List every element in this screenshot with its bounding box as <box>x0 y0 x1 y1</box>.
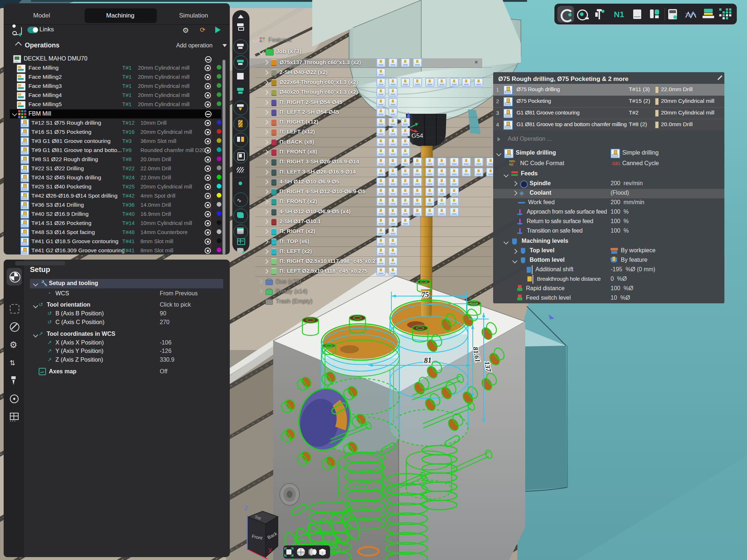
svg-text:75: 75 <box>421 290 429 299</box>
svg-text:X: X <box>268 547 272 554</box>
svg-text:G54: G54 <box>411 132 423 139</box>
svg-text:Z: Z <box>244 505 248 512</box>
svg-text:81: 81 <box>423 355 432 365</box>
